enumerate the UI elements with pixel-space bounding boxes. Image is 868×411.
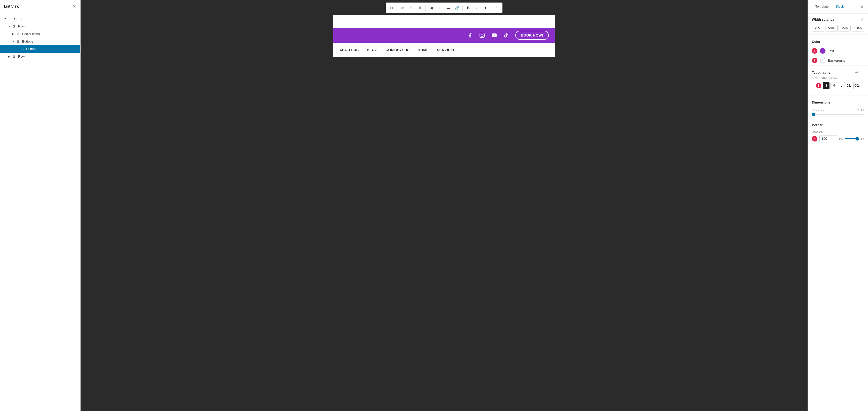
bg-color-label: Background (828, 59, 845, 62)
nav-item-home[interactable]: HOME (417, 48, 429, 52)
width-75-button[interactable]: 75% (839, 25, 851, 31)
tab-block[interactable]: Block (832, 3, 847, 10)
nav-item-contact[interactable]: CONTACT US (386, 48, 410, 52)
badge-3: 3 (816, 83, 822, 88)
badge-1: 1 (812, 48, 817, 54)
book-now-button[interactable]: BOOK NOW! (515, 31, 549, 40)
padding-adjust-icon: ⇌ (857, 108, 860, 112)
right-panel: Template Block ✕ Width settings ∧ 25% 50… (808, 0, 868, 411)
toolbar-align-justify-button[interactable]: ▬ (444, 4, 453, 12)
item-menu-icon[interactable]: ⋮ (73, 47, 77, 51)
main-canvas: ⊟ ▭ ⠿ ⇅ ◀ + ▬ 🔗 B I ▾ ⋮ (81, 0, 808, 411)
size-m-button[interactable]: M (831, 82, 837, 89)
bg-color-row[interactable]: 2 Background (808, 56, 868, 65)
size-l-button[interactable]: L (838, 82, 845, 89)
width-50-button[interactable]: 50% (825, 25, 838, 31)
nav-item-services[interactable]: SERVICES (437, 48, 456, 52)
tree-item-social-icons[interactable]: ▶ ◁ Social Icons (0, 30, 80, 37)
social-icons-bar (466, 31, 510, 39)
button-block-icon: ▭ (20, 46, 25, 51)
dimensions-title: Dimensions (812, 100, 831, 104)
width-settings-title: Width settings (812, 18, 834, 21)
instagram-icon[interactable] (478, 31, 486, 39)
tree-list: ▾ ⊞ Group ▾ ⊠ Row ▶ ◁ Social Icons ▾ ⊟ B… (0, 13, 80, 411)
toolbar-more-button[interactable]: ▾ (481, 4, 489, 12)
color-menu-button[interactable]: ⋮ (860, 39, 864, 44)
size-sub-label: SIZE (812, 77, 818, 80)
left-panel-header: List View ✕ (0, 0, 80, 13)
dimensions-section-icons: ⋮ (860, 100, 864, 105)
nav-item-about[interactable]: ABOUT US (339, 48, 359, 52)
dimensions-menu-button[interactable]: ⋮ (860, 100, 864, 105)
chevron-icon (15, 48, 19, 50)
toolbar-align-center-button[interactable]: + (436, 4, 444, 12)
buttons-block-icon: ⊟ (16, 39, 21, 44)
tree-item-group[interactable]: ▾ ⊞ Group (0, 15, 80, 22)
typography-section-header: Typography ⇌ ⋮ (808, 66, 868, 77)
chevron-right-icon: ▶ (7, 55, 11, 58)
width-25-button[interactable]: 25% (812, 25, 824, 31)
tree-item-row2[interactable]: ▶ ⊠ Row (0, 53, 80, 60)
size-xxl-button[interactable]: XXL (854, 82, 860, 89)
badge-4: 4 (812, 136, 817, 142)
right-panel-close-button[interactable]: ✕ (860, 4, 864, 9)
svg-rect-0 (480, 33, 484, 37)
radius-link-icon: ⊙ (861, 137, 864, 141)
toolbar-inline-button[interactable]: ▭ (399, 4, 407, 12)
social-icons-block-icon: ◁ (16, 31, 21, 36)
list-view-title: List View (4, 4, 19, 8)
chevron-down-icon: ▾ (3, 18, 7, 20)
chevron-down-icon: ▾ (7, 25, 11, 28)
radius-unit-label: PX (839, 137, 843, 140)
nav-item-blog[interactable]: BLOG (367, 48, 377, 52)
radius-label: RADIUS (812, 130, 823, 133)
preview-area: BOOK NOW! ABOUT US BLOG CONTACT US HOME … (333, 15, 555, 57)
tree-item-buttons[interactable]: ▾ ⊟ Buttons (0, 37, 80, 45)
divider (808, 95, 868, 95)
chevron-right-icon: ▶ (11, 32, 15, 35)
divider (808, 65, 868, 65)
tab-template[interactable]: Template (812, 3, 832, 10)
youtube-icon[interactable] (490, 31, 498, 39)
toolbar-separator (462, 5, 463, 11)
size-s-button[interactable]: S (823, 82, 830, 89)
tree-item-label: Group (14, 17, 77, 21)
toolbar-align-left-button[interactable]: ◀ (427, 4, 435, 12)
tiktok-icon[interactable] (502, 31, 510, 39)
toolbar-separator (491, 5, 491, 11)
border-menu-button[interactable]: ⋮ (860, 123, 864, 127)
badge-2: 2 (812, 58, 817, 63)
width-100-button[interactable]: 100% (851, 25, 864, 31)
toolbar-italic-button[interactable]: I (473, 4, 481, 12)
toolbar-block-view-button[interactable]: ⊟ (388, 4, 396, 12)
size-value-label: SMALL(REM) (820, 77, 838, 80)
radius-row: 4 PX ⊙ (808, 134, 868, 145)
padding-label: PADDING (812, 109, 825, 111)
toolbar-up-down-button[interactable]: ⇅ (416, 4, 424, 12)
block-toolbar: ⊟ ▭ ⠿ ⇅ ◀ + ▬ 🔗 B I ▾ ⋮ (386, 2, 502, 13)
radius-input[interactable] (819, 135, 837, 142)
left-panel-close-button[interactable]: ✕ (72, 3, 76, 9)
border-title: Border (812, 123, 823, 127)
toolbar-overflow-button[interactable]: ⋮ (493, 4, 501, 12)
padding-slider-track[interactable] (812, 114, 864, 115)
preview-top-bar (333, 15, 555, 28)
radius-slider-thumb[interactable] (856, 137, 859, 141)
toolbar-link-button[interactable]: 🔗 (453, 4, 461, 12)
radius-slider-track[interactable] (845, 138, 859, 139)
size-xl-button[interactable]: XL (846, 82, 852, 89)
text-color-swatch (820, 48, 826, 54)
tree-item-button[interactable]: ▭ Button ⋮ (0, 45, 80, 53)
width-settings-collapse-button[interactable]: ∧ (861, 17, 864, 22)
tree-item-row1[interactable]: ▾ ⊠ Row (0, 22, 80, 30)
tree-item-label: Button (26, 47, 73, 51)
typography-sliders-button[interactable]: ⇌ (855, 70, 859, 75)
facebook-icon[interactable] (466, 31, 474, 39)
padding-slider-thumb[interactable] (812, 113, 815, 116)
toolbar-bold-button[interactable]: B (464, 4, 472, 12)
width-buttons-group: 25% 50% 75% 100% (808, 24, 868, 34)
tree-item-label: Social Icons (22, 32, 77, 36)
toolbar-drag-button[interactable]: ⠿ (407, 4, 415, 12)
text-color-row[interactable]: 1 Text (808, 46, 868, 56)
typography-menu-button[interactable]: ⋮ (860, 70, 864, 75)
